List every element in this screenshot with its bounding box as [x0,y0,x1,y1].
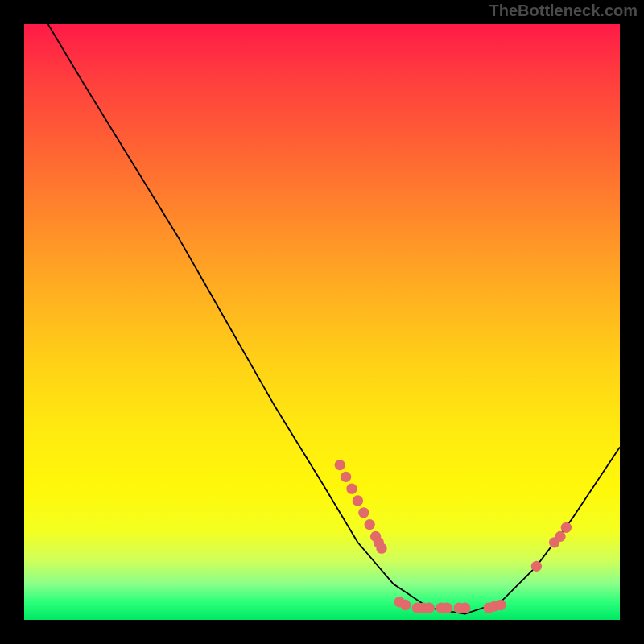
data-points [335,460,572,613]
data-point [424,603,435,613]
chart-wrapper: TheBottleneck.com [0,0,644,644]
data-point [442,603,452,613]
data-point [341,472,351,482]
chart-overlay [24,24,620,620]
attribution-label: TheBottleneck.com [489,2,638,20]
data-point [346,484,357,494]
data-point [358,507,369,518]
data-point [561,522,572,533]
data-point [376,543,386,554]
data-point [555,531,565,542]
data-point [365,519,375,530]
data-point [335,460,345,470]
data-point [353,495,363,506]
data-point [460,603,470,613]
bottleneck-curve [48,24,620,614]
data-point [495,600,506,610]
data-point [531,561,542,572]
data-point [400,600,411,610]
